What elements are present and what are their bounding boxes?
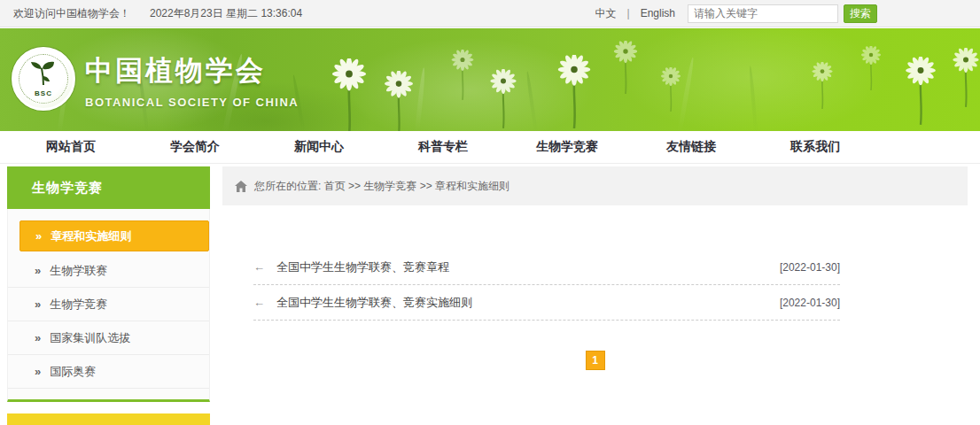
sidebar-item-label: 生物学竞赛 bbox=[50, 288, 107, 321]
nav-item-biology-competition[interactable]: 生物学竞赛 bbox=[505, 139, 629, 155]
main-content: 您所在的位置: 首页 >> 生物学竞赛 >> 章程和实施细则 ← 全国中学生生物… bbox=[222, 166, 968, 425]
article-row: ← 全国中学生生物学联赛、竞赛实施细则 [2022-01-30] bbox=[253, 285, 840, 321]
daisy-icon bbox=[610, 41, 642, 94]
grass-blade bbox=[678, 57, 696, 131]
welcome-text: 欢迎访问中国植物学会！ bbox=[13, 6, 130, 21]
nav-item-contact[interactable]: 联系我们 bbox=[753, 139, 877, 155]
light-patch bbox=[620, 28, 886, 131]
site-header: BSC 中国植物学会 BOTANICAL SOCIETY OF CHINA bbox=[0, 28, 980, 131]
article-date: [2022-01-30] bbox=[780, 261, 840, 274]
double-arrow-icon: » bbox=[35, 220, 42, 251]
article-row: ← 全国中学生生物学联赛、竞赛章程 [2022-01-30] bbox=[253, 250, 840, 285]
page: 欢迎访问中国植物学会！ 2022年8月23日 星期二 13:36:04 中文 |… bbox=[0, 0, 980, 425]
home-icon bbox=[235, 181, 247, 192]
daisy-icon bbox=[326, 58, 372, 131]
article-date: [2022-01-30] bbox=[780, 297, 840, 309]
daisy-icon bbox=[657, 67, 684, 112]
nav-item-links[interactable]: 友情链接 bbox=[629, 139, 753, 155]
breadcrumb: 您所在的位置: 首页 >> 生物学竞赛 >> 章程和实施细则 bbox=[222, 166, 968, 205]
society-logo[interactable]: BSC bbox=[12, 47, 75, 111]
sidebar-item-label: 国际奥赛 bbox=[50, 355, 96, 389]
sidebar-item-regulations[interactable]: » 章程和实施细则 bbox=[19, 220, 209, 251]
sidebar-next-section bbox=[7, 413, 210, 425]
sidebar-item-label: 国家集训队选拔 bbox=[50, 321, 130, 355]
sidebar-item-label: 章程和实施细则 bbox=[51, 220, 131, 251]
sidebar-item-national-team-selection[interactable]: » 国家集训队选拔 bbox=[8, 321, 209, 355]
datetime-text: 2022年8月23日 星期二 13:36:04 bbox=[150, 6, 302, 21]
daisy-icon bbox=[858, 46, 884, 90]
nav-item-news[interactable]: 新闻中心 bbox=[257, 139, 381, 155]
daisy-icon bbox=[379, 71, 418, 131]
sidebar: 生物学竞赛 » 章程和实施细则 » 生物学联赛 » 生物学竞赛 » 国家集训队选… bbox=[7, 166, 210, 402]
daisy-icon bbox=[552, 55, 596, 128]
lang-chinese-link[interactable]: 中文 bbox=[595, 6, 617, 21]
main-nav: 网站首页 学会简介 新闻中心 科普专栏 生物学竞赛 友情链接 联系我们 bbox=[0, 131, 980, 164]
pagination-page-1[interactable]: 1 bbox=[586, 351, 605, 370]
nav-item-about[interactable]: 学会简介 bbox=[133, 139, 257, 155]
sidebar-item-label: 生物学联赛 bbox=[50, 254, 107, 288]
grass-blade bbox=[415, 67, 426, 131]
daisy-icon bbox=[900, 57, 941, 125]
breadcrumb-label: 您所在的位置: 首页 >> 生物学竞赛 >> 章程和实施细则 bbox=[254, 179, 509, 194]
double-arrow-icon: » bbox=[35, 288, 41, 321]
sidebar-item-biology-competition[interactable]: » 生物学竞赛 bbox=[8, 288, 209, 321]
lang-english-link[interactable]: English bbox=[641, 7, 675, 19]
sidebar-item-biology-league[interactable]: » 生物学联赛 bbox=[8, 254, 209, 288]
pagination: 1 bbox=[222, 351, 968, 370]
nav-item-science[interactable]: 科普专栏 bbox=[381, 139, 505, 155]
search-input[interactable] bbox=[688, 4, 838, 23]
double-arrow-icon: » bbox=[35, 355, 41, 389]
site-title-block: 中国植物学会 BOTANICAL SOCIETY OF CHINA bbox=[85, 52, 299, 109]
site-subtitle: BOTANICAL SOCIETY OF CHINA bbox=[85, 96, 299, 109]
daisy-icon bbox=[808, 62, 836, 109]
topbar-right: 中文 | English 搜索 bbox=[595, 4, 877, 23]
article-link-implementation-rules[interactable]: 全国中学生生物学联赛、竞赛实施细则 bbox=[276, 295, 472, 311]
topbar: 欢迎访问中国植物学会！ 2022年8月23日 星期二 13:36:04 中文 |… bbox=[0, 0, 980, 27]
double-arrow-icon: » bbox=[35, 321, 41, 355]
site-title: 中国植物学会 bbox=[85, 52, 299, 89]
sidebar-menu: » 章程和实施细则 » 生物学联赛 » 生物学竞赛 » 国家集训队选拔 » 国际… bbox=[7, 209, 210, 402]
light-patch bbox=[346, 37, 594, 131]
daisy-icon bbox=[486, 69, 521, 128]
sidebar-item-international-olympiad[interactable]: » 国际奥赛 bbox=[8, 355, 209, 389]
lang-divider: | bbox=[627, 7, 630, 19]
daisy-icon bbox=[447, 50, 478, 100]
grass-blade bbox=[749, 66, 758, 131]
nav-item-home[interactable]: 网站首页 bbox=[9, 139, 133, 155]
article-link-charter[interactable]: 全国中学生生物学联赛、竞赛章程 bbox=[276, 259, 449, 275]
double-arrow-icon: » bbox=[35, 254, 41, 288]
arrow-icon: ← bbox=[253, 260, 265, 274]
daisy-icon bbox=[948, 48, 980, 107]
search-button[interactable]: 搜索 bbox=[844, 4, 877, 23]
sidebar-title: 生物学竞赛 bbox=[7, 166, 210, 209]
article-list: ← 全国中学生生物学联赛、竞赛章程 [2022-01-30] ← 全国中学生生物… bbox=[222, 205, 968, 321]
logo-ring bbox=[19, 54, 68, 104]
arrow-icon: ← bbox=[253, 296, 265, 309]
grass-blade bbox=[525, 71, 538, 131]
